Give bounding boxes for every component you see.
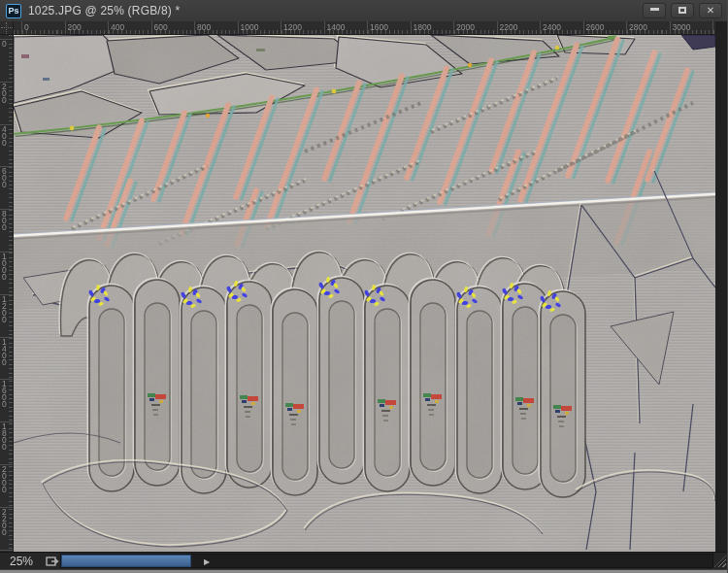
photoshop-document-window: Ps 1025.JPG @ 25% (RGB/8) * ✕ 0200400600… [0,0,728,573]
hruler-label: 1600 [370,22,388,32]
close-button[interactable]: ✕ [699,3,722,18]
vruler-label: 1 6 0 0 [2,381,7,408]
vruler-label: 0 [2,41,7,48]
hruler-label: 1200 [283,22,302,32]
hruler-label: 3000 [673,22,691,32]
horizontal-scrollbar[interactable]: ▶ [60,554,713,568]
vruler-label: 1 0 0 0 [2,253,7,281]
status-bar: 25% ▶ [0,552,728,569]
scrollbar-right-arrow[interactable]: ▶ [199,556,215,568]
hruler-label: 0 [24,22,29,32]
zoom-level[interactable]: 25% [10,555,33,568]
window-right-gutter [715,21,728,552]
title-bar[interactable]: Ps 1025.JPG @ 25% (RGB/8) * ✕ [0,0,728,21]
hruler-label: 400 [111,22,124,32]
vruler-label: 1 4 0 0 [2,339,7,366]
hruler-label: 200 [68,22,82,32]
window-bottom-edge [0,569,728,573]
maximize-button[interactable] [671,3,694,18]
hruler-label: 1400 [327,22,346,32]
document-title: 1025.JPG @ 25% (RGB/8) * [28,4,180,17]
vruler-label: 8 0 0 [2,211,7,231]
hruler-label: 2200 [500,22,518,32]
hruler-label: 1800 [414,22,432,32]
document-canvas[interactable] [14,35,715,552]
scrollbar-thumb[interactable] [61,555,191,567]
hruler-label: 600 [154,22,168,32]
vruler-label: 2 0 0 0 [2,466,7,493]
horizontal-ruler[interactable]: 0200400600800100012001400160018002000220… [14,21,715,35]
ruler-origin-box[interactable] [0,21,14,35]
vruler-label: 6 0 0 [2,168,7,188]
hruler-label: 2000 [456,22,475,32]
vruler-label: 2 0 0 [2,84,7,104]
vruler-label: 2 2 0 0 [2,509,7,536]
photoshop-app-icon: Ps [6,4,21,18]
hruler-label: 1000 [241,22,259,32]
vruler-label: 1 8 0 0 [2,423,7,451]
hruler-label: 800 [197,22,211,32]
vertical-ruler[interactable]: 02 0 04 0 06 0 08 0 01 0 0 01 2 0 01 4 0… [0,35,14,552]
hruler-label: 2600 [586,22,605,32]
vruler-label: 1 2 0 0 [2,296,7,323]
hruler-label: 2800 [629,22,647,32]
resize-grip[interactable] [714,556,726,567]
hruler-label: 2400 [543,22,561,32]
embossed-image [14,35,715,552]
vruler-label: 4 0 0 [2,126,7,147]
window-controls: ✕ [643,3,722,18]
minimize-button[interactable] [643,3,666,18]
pop-out-icon[interactable] [46,556,59,567]
